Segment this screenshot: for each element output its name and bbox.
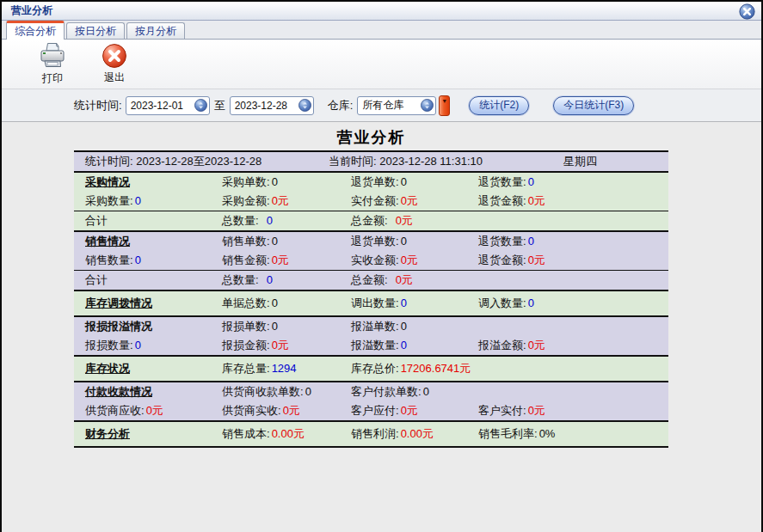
cell-value: 0 (401, 339, 407, 352)
today-statistics-button[interactable]: 今日统计(F3) (553, 96, 634, 115)
cell-label: 销售单数: (222, 235, 270, 248)
cell-value: 0 (528, 235, 534, 248)
tab-daily-analysis[interactable]: 按日分析 (66, 22, 125, 39)
cell-label: 总数量: (222, 273, 259, 286)
warehouse-value: 所有仓库 (362, 98, 403, 113)
cell-label: 单据总数: (222, 297, 270, 309)
report-cell: 退货单数:0 (351, 232, 407, 251)
report-row: 报损报溢情况报损单数:0报溢单数:0 (74, 317, 668, 336)
report-section-loss-overflow: 报损报溢情况报损单数:0报溢单数:0报损数量:0报损金额:0元报溢数量:0报溢金… (74, 315, 668, 355)
window-title: 营业分析 (11, 3, 52, 18)
warehouse-select[interactable]: 所有仓库 (357, 96, 436, 115)
tab-bar: 综合分析 按日分析 按月分析 (2, 21, 761, 40)
report-cell: 供货商实收:0元 (222, 401, 300, 420)
report-cell: 报损数量:0 (85, 336, 141, 355)
report-cell: 报溢金额:0元 (478, 336, 545, 355)
cell-value: 0 (272, 235, 278, 248)
cell-label: 退货数量: (478, 175, 526, 188)
report-cell: 采购单数:0 (222, 173, 278, 192)
cell-value: 0 (272, 297, 278, 309)
report-cell: 总数量:0 (222, 211, 273, 230)
report-cell: 销售毛利率:0% (478, 422, 555, 446)
cell-label: 销售成本: (222, 427, 270, 440)
cell-value: 0元 (396, 214, 413, 227)
report-cell: 销售单数:0 (222, 232, 278, 251)
exit-button[interactable]: 退出 (89, 42, 139, 87)
cell-label: 供货商实收: (222, 404, 281, 417)
report-section-purchase: 采购情况采购单数:0退货单数:0退货数量:0采购数量:0采购金额:0元实付金额:… (74, 171, 668, 230)
cell-value: 0元 (401, 254, 418, 266)
report-table: 统计时间: 2023-12-28至2023-12-28 当前时间: 2023-1… (74, 150, 668, 448)
cell-label: 供货商收款单数: (222, 385, 304, 398)
report-cell: 采购金额:0元 (222, 192, 289, 211)
cell-label: 客户应付: (351, 404, 399, 417)
cell-label: 总金额: (351, 273, 388, 286)
date-to-spinner-icon[interactable] (298, 99, 311, 112)
report-cell: 合计 (85, 271, 108, 290)
statistics-button[interactable]: 统计(F2) (469, 96, 529, 115)
report-content: 营业分析 统计时间: 2023-12-28至2023-12-28 当前时间: 2… (2, 121, 761, 532)
tab-label: 综合分析 (15, 25, 56, 37)
report-cell: 销售数量:0 (85, 251, 141, 270)
tab-comprehensive-analysis[interactable]: 综合分析 (6, 21, 65, 40)
cell-value: 0元 (528, 254, 545, 266)
cell-value: 0 (272, 320, 278, 333)
date-to-input[interactable]: 2023-12-28 (230, 96, 314, 115)
tab-monthly-analysis[interactable]: 按月分析 (126, 22, 185, 39)
report-cell: 退货数量:0 (478, 173, 534, 192)
app-window: 营业分析 综合分析 按日分析 按月分析 (0, 0, 763, 532)
report-cell: 退货金额:0元 (478, 251, 545, 270)
report-row: 库存状况库存总量:1294库存总价:17206.6741元 (74, 357, 668, 381)
cell-label: 调入数量: (478, 297, 526, 309)
report-cell: 调入数量:0 (478, 291, 534, 315)
report-row: 合计总数量:0总金额:0元 (74, 211, 668, 230)
report-header-row: 统计时间: 2023-12-28至2023-12-28 当前时间: 2023-1… (74, 152, 668, 171)
warehouse-dropdown-button[interactable]: ▼ (439, 95, 450, 116)
cell-label: 报溢单数: (351, 320, 399, 333)
date-from-input[interactable]: 2023-12-01 (126, 96, 210, 115)
report-section-sales: 销售情况销售单数:0退货单数:0退货数量:0销售数量:0销售金额:0元实收金额:… (74, 230, 668, 290)
report-cell: 退货金额:0元 (478, 192, 545, 211)
report-cell: 库存总价:17206.6741元 (351, 357, 471, 381)
cell-label: 销售毛利率: (478, 427, 538, 440)
cell-label: 报损数量: (85, 339, 133, 352)
cell-label: 总数量: (222, 214, 259, 227)
exit-icon (102, 43, 127, 69)
report-cell: 供货商应收:0元 (85, 401, 163, 420)
report-cell: 报溢单数:0 (351, 317, 407, 336)
cell-value: 0元 (401, 404, 418, 417)
cell-label: 供货商应收: (85, 404, 145, 417)
date-from-spinner-icon[interactable] (194, 99, 207, 112)
cell-label: 报溢金额: (478, 339, 526, 352)
report-cell: 客户应付:0元 (351, 401, 418, 420)
header-current-time: 当前时间: 2023-12-28 11:31:10 (329, 152, 483, 171)
report-cell: 调出数量:0 (351, 291, 407, 315)
report-cell: 客户付款单数:0 (351, 382, 429, 401)
report-cell: 总金额:0元 (351, 211, 413, 230)
section-title: 采购情况 (85, 173, 130, 192)
report-cell: 销售利润:0.00元 (351, 422, 434, 446)
cell-label: 退货金额: (478, 254, 526, 266)
cell-label: 销售数量: (85, 254, 133, 266)
print-button[interactable]: 打印 (28, 42, 77, 87)
report-cell: 单据总数:0 (222, 291, 278, 315)
report-cell: 总数量:0 (222, 271, 273, 290)
report-cell: 总金额:0元 (351, 271, 413, 290)
cell-label: 库存总量: (222, 362, 270, 375)
close-button[interactable] (739, 3, 755, 20)
cell-label: 实付金额: (351, 194, 399, 207)
section-title: 库存状况 (85, 357, 130, 381)
cell-value: 0 (135, 194, 141, 207)
report-cell: 销售金额:0元 (222, 251, 289, 270)
report-section-stock-transfer: 库存调拨情况单据总数:0调出数量:0调入数量:0 (74, 290, 668, 315)
cell-value: 0 (305, 385, 311, 398)
header-weekday: 星期四 (563, 152, 597, 171)
cell-label: 退货单数: (351, 175, 399, 188)
report-section-payment-receipt: 付款收款情况供货商收款单数:0客户付款单数:0供货商应收:0元供货商实收:0元客… (74, 381, 668, 420)
report-cell: 退货单数:0 (351, 173, 407, 192)
exit-button-label: 退出 (104, 70, 125, 85)
report-row: 采购情况采购单数:0退货单数:0退货数量:0 (74, 173, 668, 192)
warehouse-spinner-icon[interactable] (421, 99, 434, 112)
cell-value: 0 (401, 235, 407, 248)
cell-value: 1294 (272, 362, 297, 375)
